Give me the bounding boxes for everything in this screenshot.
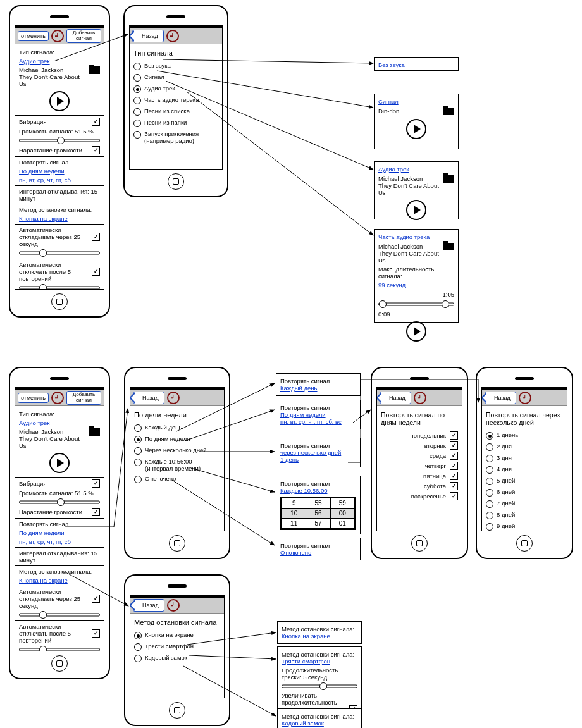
stop-method-link[interactable]: Кнопка на экране — [19, 215, 68, 222]
add-signal-button[interactable]: Добавить сигнал — [66, 391, 101, 405]
day-checkbox[interactable] — [450, 431, 458, 440]
play-button[interactable] — [406, 321, 426, 342]
play-button[interactable] — [49, 91, 70, 111]
auto-snooze-checkbox[interactable] — [92, 233, 100, 241]
card-link[interactable]: Кодовый замок — [282, 720, 324, 727]
folder-icon[interactable] — [89, 66, 100, 74]
card-days-link[interactable]: пн, вт, ср, чт, пт, сб, вс — [280, 418, 342, 425]
stop-method-option[interactable]: Кнопка на экране — [134, 631, 220, 639]
signal-type-option[interactable]: Часть аудио терека — [133, 96, 218, 104]
card-link[interactable]: Кнопка на экране — [282, 632, 330, 639]
day-row[interactable]: четверг — [381, 462, 458, 470]
n-days-option[interactable]: 5 дней — [486, 477, 563, 485]
card-link[interactable]: Каждые 10:56:00 — [280, 487, 327, 494]
add-signal-button[interactable]: Добавить сигнал — [66, 29, 101, 43]
stop-method-option[interactable]: Трясти смартфон — [134, 643, 220, 651]
repeat-option[interactable]: Через несколько дней — [134, 447, 220, 455]
back-button[interactable]: Назад — [485, 392, 516, 404]
home-button[interactable] — [169, 535, 185, 552]
shake-duration-slider[interactable] — [282, 682, 357, 690]
cancel-button[interactable]: отменить — [18, 31, 49, 41]
day-checkbox[interactable] — [450, 472, 458, 480]
volume-slider[interactable] — [19, 498, 100, 506]
signal-type-option[interactable]: Без звука — [133, 62, 218, 70]
day-row[interactable]: пятница — [381, 472, 458, 480]
day-row[interactable]: понедельник — [381, 431, 458, 440]
card-link[interactable]: Отключено — [280, 549, 311, 556]
vibration-checkbox[interactable] — [92, 118, 100, 126]
n-days-option[interactable]: 3 дня — [486, 454, 563, 462]
card-link[interactable]: Каждый день — [280, 385, 318, 392]
auto-snooze-slider[interactable] — [19, 611, 100, 619]
n-days-option[interactable]: 4 дня — [486, 466, 563, 474]
repeat-days-link[interactable]: пн, вт, ср, чт, пт, сб — [19, 176, 71, 183]
card-link[interactable]: Трясти смартфон — [282, 658, 330, 665]
max-duration-link[interactable]: 99 секунд — [378, 281, 406, 288]
day-checkbox[interactable] — [450, 452, 458, 460]
day-checkbox[interactable] — [450, 482, 458, 490]
repeat-mode-link[interactable]: По дням недели — [19, 529, 65, 536]
auto-off-checkbox[interactable] — [92, 629, 100, 638]
card-link[interactable]: По дням недели — [280, 411, 326, 418]
back-button[interactable]: Назад — [133, 392, 164, 404]
folder-icon[interactable] — [89, 428, 100, 436]
signal-link[interactable]: Сигнал — [378, 98, 399, 105]
card-link[interactable]: через несколько дней — [280, 449, 341, 456]
n-days-option[interactable]: 2 дня — [486, 443, 563, 451]
back-button[interactable]: Назад — [380, 392, 411, 404]
play-button[interactable] — [406, 200, 426, 220]
repeat-option[interactable]: По дням недели — [134, 435, 220, 443]
audio-track-link[interactable]: Аудио трек — [378, 166, 409, 173]
cancel-button[interactable]: отменить — [18, 393, 49, 403]
home-button[interactable] — [411, 535, 428, 552]
volume-slider[interactable] — [19, 137, 100, 144]
auto-snooze-slider[interactable] — [19, 249, 100, 257]
repeat-option[interactable]: Каждый день — [134, 424, 220, 432]
range-slider[interactable] — [378, 300, 454, 308]
signal-type-link[interactable]: Аудио трек — [19, 419, 50, 426]
folder-icon[interactable] — [443, 175, 454, 183]
n-days-option[interactable]: 7 дней — [486, 500, 563, 508]
home-button[interactable] — [51, 293, 68, 310]
signal-type-option[interactable]: Аудио трек — [133, 85, 218, 93]
signal-type-option[interactable]: Песни из папки — [133, 119, 218, 127]
stop-method-link[interactable]: Кнопка на экране — [19, 577, 68, 584]
auto-off-checkbox[interactable] — [92, 268, 100, 276]
folder-icon[interactable] — [443, 108, 454, 115]
signal-type-link[interactable]: Аудио трек — [19, 58, 50, 65]
folder-icon[interactable] — [443, 243, 454, 250]
signal-type-option[interactable]: Запуск приложения (например радио) — [133, 130, 218, 144]
home-button[interactable] — [516, 535, 533, 552]
signal-type-option[interactable]: Сигнал — [133, 73, 218, 82]
no-sound-link[interactable]: Без звука — [378, 61, 405, 68]
repeat-days-link[interactable]: пн, вт, ср, чт, пт, сб — [19, 538, 71, 545]
day-row[interactable]: суббота — [381, 482, 458, 490]
day-row[interactable]: вторник — [381, 441, 458, 450]
auto-off-slider[interactable] — [19, 284, 100, 290]
vibration-checkbox[interactable] — [92, 479, 100, 488]
repeat-mode-link[interactable]: По дням недели — [19, 168, 65, 175]
n-days-option[interactable]: 9 дней — [486, 522, 563, 531]
back-button[interactable]: Назад — [133, 599, 164, 612]
day-checkbox[interactable] — [450, 492, 458, 500]
n-days-option[interactable]: 1 днень — [486, 431, 563, 440]
home-button[interactable] — [51, 655, 68, 672]
day-row[interactable]: среда — [381, 452, 458, 460]
n-days-option[interactable]: 6 дней — [486, 488, 563, 497]
day-checkbox[interactable] — [450, 441, 458, 450]
stop-method-option[interactable]: Кодовый замок — [134, 654, 220, 662]
repeat-option[interactable]: Каждые 10:56:00 (интервал времени) — [134, 458, 220, 472]
day-row[interactable]: воскресенье — [381, 492, 458, 500]
signal-type-option[interactable]: Песни из списка — [133, 108, 218, 116]
card-value-link[interactable]: 1 день — [280, 456, 299, 463]
home-button[interactable] — [168, 173, 184, 190]
back-button[interactable]: Назад — [132, 30, 164, 42]
fade-in-checkbox[interactable] — [92, 146, 100, 154]
part-track-link[interactable]: Часть аудио трека — [378, 233, 430, 240]
fade-in-checkbox[interactable] — [92, 508, 100, 516]
day-checkbox[interactable] — [450, 462, 458, 470]
play-button[interactable] — [406, 119, 426, 139]
auto-snooze-checkbox[interactable] — [92, 595, 100, 603]
time-spinner[interactable]: 95559105600115701 — [280, 497, 356, 530]
auto-off-slider[interactable] — [19, 646, 100, 651]
